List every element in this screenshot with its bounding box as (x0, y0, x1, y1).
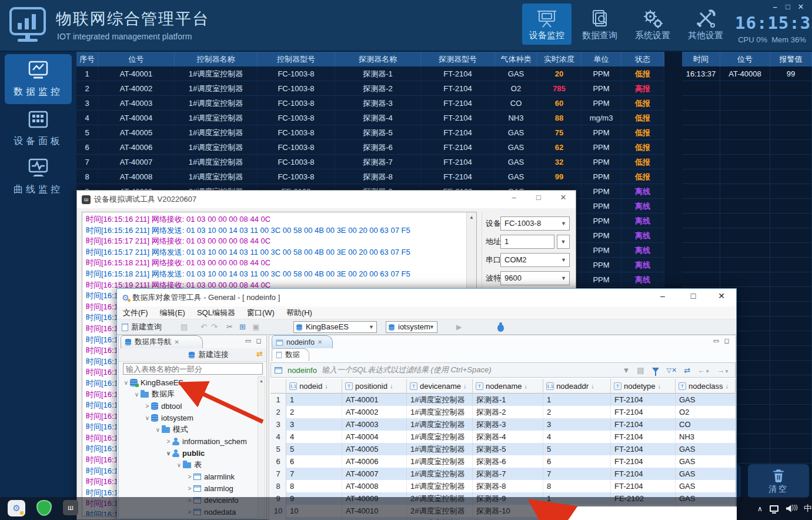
grid-row[interactable]: 66AT-400061#调度室控制器探测器-66FT-2104GAS (270, 455, 736, 468)
column-header-nodeclass[interactable]: Tnodeclass↓ (676, 379, 736, 394)
grid-row[interactable]: 88AT-400081#调度室控制器探测器-88FT-2104GAS (270, 480, 736, 492)
add-icon[interactable]: ⊞ (239, 321, 246, 333)
table-filter-input[interactable] (123, 363, 263, 375)
maximize-panel-icon[interactable]: ◻ (721, 337, 732, 345)
dropdown-caret-icon[interactable]: ▼ (622, 366, 630, 375)
debug-title-bar[interactable]: ш 设备模拟调试工具 V20220607 – □ ✕ (77, 191, 576, 208)
speaker-icon[interactable]: ))) (786, 505, 797, 512)
tree-item-KingBaseES[interactable]: ∨KingBaseES (120, 376, 258, 388)
sort-icon[interactable]: ↓ (726, 382, 729, 389)
clear-alarms-button[interactable]: 清空 (748, 464, 809, 498)
sort-icon[interactable]: ↓ (325, 382, 328, 389)
sort-icon[interactable]: ↓ (524, 382, 527, 389)
filter-icon[interactable] (652, 368, 659, 372)
schema-combo[interactable]: iotsystem▼ (386, 321, 437, 333)
scroll-up-icon[interactable]: ▲ (258, 377, 265, 385)
sql-filter-placeholder[interactable]: 输入一个SQL表达式以过滤结果 (使用 Ctrl+Space) (322, 365, 619, 375)
nav-data-query[interactable]: 数据查询 (575, 4, 624, 45)
connection-combo[interactable]: KingBaseES▼ (293, 321, 377, 333)
tab-db-navigator[interactable]: 数据库导航 ✕ (121, 335, 203, 348)
collapse-icon[interactable]: ∨ (133, 391, 141, 398)
tree-item-dbtool[interactable]: >dbtool (120, 400, 258, 412)
column-header-nodeaddr[interactable]: 1.1nodeaddr↓ (543, 379, 611, 394)
table-row[interactable]: 4AT-400041#调度室控制器FC-1003-8探测器-4FT-2104NH… (76, 111, 664, 125)
sort-icon[interactable]: ↓ (658, 382, 661, 389)
maximize-icon[interactable]: □ (530, 193, 547, 202)
db-title-bar[interactable]: ⚙ 数据库对象管理工具 - General - [ nodeinfo ] – □… (117, 289, 736, 306)
tree-item-iotsystem[interactable]: ∨iotsystem (120, 412, 258, 424)
sort-icon[interactable]: ↓ (463, 382, 467, 389)
taskbar-debug-app-icon[interactable]: ш (63, 500, 78, 515)
link-editor-icon[interactable]: ⇄ (256, 349, 263, 358)
tree-item-alarmlog[interactable]: >alarmlog (120, 482, 258, 494)
tree-item-public[interactable]: ∨public (120, 447, 258, 459)
expand-icon[interactable]: > (186, 485, 193, 492)
table-row[interactable]: 7AT-400071#调度室控制器FC-1003-8探测器-7FT-2104GA… (76, 155, 664, 169)
tree-item-表[interactable]: ∨表 (120, 459, 258, 471)
menu-item[interactable]: 编辑(E) (154, 306, 191, 319)
sort-icon[interactable]: ↓ (390, 382, 393, 389)
tree-item-模式[interactable]: ∨模式 (120, 424, 258, 435)
tree-scrollbar[interactable]: ▲ (258, 376, 265, 518)
ime-indicator[interactable]: 中 (804, 504, 812, 514)
expand-icon[interactable]: > (186, 474, 193, 480)
tab-nodeinfo[interactable]: nodeinfo ✕ (272, 335, 333, 348)
column-header-nodename[interactable]: Tnodename↓ (473, 379, 543, 394)
field-combo-地址[interactable]: 1 (500, 235, 554, 249)
sort-icon[interactable]: ↓ (591, 382, 594, 389)
sidebar-item-data-monitor[interactable]: 数据监控 (5, 54, 72, 104)
tree-item-数据库[interactable]: ∨数据库 (120, 388, 258, 400)
execute-icon[interactable]: ▶ (456, 321, 462, 333)
tree-item-alarmlink[interactable]: >alarmlink (120, 471, 258, 482)
menu-item[interactable]: 文件(F) (117, 306, 154, 319)
save-result-icon[interactable]: ▤ (637, 366, 644, 375)
cut-icon[interactable]: ✂ (226, 321, 233, 333)
table-row[interactable]: 5AT-400051#调度室控制器FC-1003-8探测器-5FT-2104GA… (76, 125, 664, 140)
minimize-icon[interactable]: – (654, 291, 671, 301)
menu-item[interactable]: 窗口(W) (241, 306, 280, 319)
table-row[interactable]: 6AT-400061#调度室控制器FC-1003-8探测器-6FT-2104GA… (76, 140, 664, 155)
field-combo-波特[interactable]: 9600▼ (500, 271, 570, 285)
table-row[interactable]: 8AT-400081#调度室控制器FC-1003-8探测器-8FT-2104GA… (76, 169, 664, 184)
tray-expand-icon[interactable]: ∧ (757, 505, 763, 513)
table-row[interactable]: 1AT-400011#调度室控制器FC-1003-8探测器-1FT-2104GA… (76, 66, 664, 81)
grid-row[interactable]: 22AT-400021#调度室控制器探测器-22FT-2104O2 (270, 406, 736, 418)
tree-item-information_schem[interactable]: >information_schem (120, 435, 258, 447)
close-icon[interactable]: ✕ (794, 2, 807, 11)
network-icon[interactable] (770, 505, 778, 512)
grid-row[interactable]: 55AT-400051#调度室控制器探测器-55FT-2104GAS (270, 443, 736, 455)
collapse-icon[interactable]: ∨ (154, 426, 162, 433)
maximize-icon[interactable]: □ (781, 2, 794, 11)
column-header-positionid[interactable]: Tpositionid↓ (342, 379, 407, 394)
redo-icon[interactable]: ↷ (211, 321, 218, 333)
grid-row[interactable]: 11AT-400011#调度室控制器探测器-11FT-2104GAS (270, 394, 736, 406)
nav-system-settings[interactable]: 系统设置 (628, 4, 677, 45)
nav-other-settings[interactable]: 其他设置 (681, 4, 730, 45)
table-row[interactable]: 3AT-400031#调度室控制器FC-1003-8探测器-3FT-2104CO… (76, 96, 664, 111)
save-icon[interactable]: ▤ (181, 321, 188, 333)
taskbar-security-app-icon[interactable] (36, 500, 52, 516)
menu-item[interactable]: SQL编辑器 (191, 306, 241, 319)
close-icon[interactable]: ✕ (318, 339, 322, 345)
chevron-down-icon[interactable]: ▼ (557, 235, 570, 249)
field-combo-设备[interactable]: FC-1003-8▼ (500, 216, 570, 231)
close-icon[interactable]: ✕ (175, 339, 179, 345)
grid-row[interactable]: 33AT-400031#调度室控制器探测器-33FT-2104CO (270, 418, 736, 431)
minimize-panel-icon[interactable]: ▭ (711, 337, 721, 345)
collapse-icon[interactable]: ∨ (122, 379, 130, 386)
minimize-icon[interactable]: – (505, 193, 523, 202)
close-icon[interactable]: ✕ (713, 291, 730, 301)
new-connection-button[interactable]: 新建连接 (188, 349, 229, 360)
minimize-panel-icon[interactable]: ▭ (243, 337, 253, 345)
taskbar-settings-app-icon[interactable]: ⚙ (8, 500, 25, 516)
scroll-up-icon[interactable]: ▲ (467, 212, 476, 222)
expand-icon[interactable]: > (165, 438, 172, 445)
forward-icon[interactable]: →▼ (717, 366, 729, 375)
column-header-nodeid[interactable]: 1.1nodeid↓ (286, 379, 342, 394)
grid-row[interactable]: 77AT-400071#调度室控制器探测器-77FT-2104GAS (270, 468, 736, 480)
alarm-row[interactable]: 16:13:37AT-4000899 (682, 66, 812, 81)
column-header-nodetype[interactable]: Tnodetype↓ (611, 379, 676, 394)
transfer-icon[interactable]: ⇄ (684, 366, 690, 375)
grid-row[interactable]: 44AT-400041#调度室控制器探测器-44FT-2104NH3 (270, 431, 736, 443)
expand-icon[interactable]: > (143, 403, 151, 409)
